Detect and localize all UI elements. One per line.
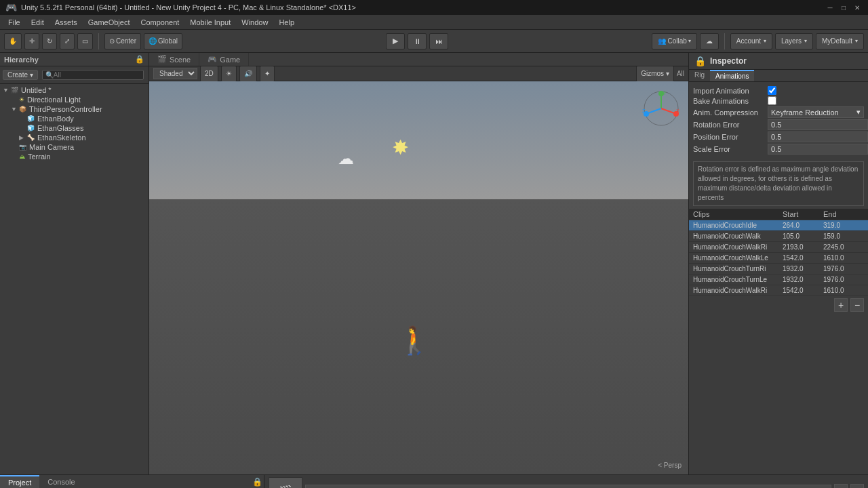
audio-button[interactable]: 🔊	[239, 66, 257, 82]
svg-text:Y: Y	[663, 91, 667, 96]
hierarchy-create-button[interactable]: Create ▾	[3, 70, 38, 80]
clip-row-4[interactable]: HumanoidCrouchTurnRi 1932.0 1976.0	[689, 264, 868, 274]
gizmos-button[interactable]: Gizmos ▾	[636, 66, 674, 82]
scene-tab-icon: 🎬	[157, 55, 167, 64]
tree-item-tpc[interactable]: ▼ 📦 ThirdPersonController	[0, 104, 149, 114]
anim-preview-icon: 🎬	[279, 485, 292, 489]
clip-start-5: 1932.0	[783, 276, 823, 283]
hierarchy-search-bar: 🔍	[42, 70, 144, 80]
tab-project[interactable]: Project	[0, 475, 39, 488]
tree-item-untitled[interactable]: ▼ 🎬 Untitled *	[0, 85, 149, 95]
game-tab-label: Game	[220, 56, 240, 64]
window-title: Unity 5.5.2f1 Personal (64bit) - Untitle…	[21, 3, 356, 12]
hierarchy-search-input[interactable]	[54, 71, 140, 79]
position-error-input[interactable]	[768, 131, 868, 142]
project-header-icons: 🔒	[251, 476, 264, 488]
bake-animations-checkbox[interactable]	[768, 96, 776, 105]
anim-header: 🎬 ✎ ⚙	[264, 475, 868, 488]
inspector-lock-icon: 🔒	[694, 56, 706, 66]
hierarchy-tree: ▼ 🎬 Untitled * ☀ Directional Light ▼ 📦 T…	[0, 84, 149, 474]
tree-item-ethanskeleton[interactable]: ▶ 🦴 EthanSkeleton	[0, 133, 149, 142]
cloud-button[interactable]: ☁	[700, 33, 719, 49]
anim-name-field[interactable]	[305, 485, 831, 488]
shading-dropdown[interactable]: Shaded	[153, 68, 197, 79]
inspector-panel: 🔒 Inspector Rig Animations Import Animat…	[688, 53, 868, 474]
step-button[interactable]: ⏭	[429, 33, 448, 49]
maximize-button[interactable]: □	[838, 2, 849, 13]
anim-compression-value: Keyframe Reduction	[771, 108, 839, 117]
tab-animations[interactable]: Animations	[710, 70, 754, 81]
scene-tab[interactable]: 🎬 Scene	[149, 53, 199, 66]
pause-button[interactable]: ⏸	[408, 33, 427, 49]
center-dot-icon: ⊙	[109, 37, 115, 45]
menu-assets[interactable]: Assets	[50, 17, 83, 28]
collab-button[interactable]: 👥 Collab ▾	[652, 33, 696, 49]
clip-row-2[interactable]: HumanoidCrouchWalkRi 2193.0 2245.0	[689, 242, 868, 253]
game-tab[interactable]: 🎮 Game	[199, 53, 249, 66]
tab-console[interactable]: Console	[39, 476, 83, 488]
scale-tool-button[interactable]: ⤢	[60, 33, 75, 49]
terrain-icon: ⛰	[19, 153, 25, 160]
anim-compression-dropdown[interactable]: Keyframe Reduction ▾	[768, 106, 864, 118]
position-error-label: Position Error	[693, 133, 768, 141]
clip-row-1[interactable]: HumanoidCrouchWalk 105.0 159.0	[689, 231, 868, 242]
clip-row-5[interactable]: HumanoidCrouchTurnLe 1932.0 1976.0	[689, 274, 868, 285]
menu-help[interactable]: Help	[273, 17, 300, 28]
menu-window[interactable]: Window	[236, 17, 273, 28]
tree-item-ethanbody[interactable]: 🧊 EthanBody	[0, 114, 149, 123]
tab-rig[interactable]: Rig	[689, 70, 710, 81]
menu-file[interactable]: File	[3, 17, 26, 28]
hand-tool-button[interactable]: ✋	[4, 33, 22, 49]
remove-clip-button[interactable]: −	[850, 298, 864, 312]
clips-header: Clips Start End	[689, 209, 868, 220]
tree-label-untitled: Untitled *	[21, 86, 52, 94]
anim-settings-button[interactable]: ⚙	[850, 484, 864, 488]
expand-icon: ▼	[11, 106, 18, 113]
effects-button[interactable]: ✦	[260, 66, 275, 82]
clip-end-2: 2245.0	[823, 243, 864, 251]
separator-2	[724, 33, 725, 49]
anim-edit-button[interactable]: ✎	[834, 484, 848, 488]
clip-row-3[interactable]: HumanoidCrouchWalkLe 1542.0 1610.0	[689, 253, 868, 264]
tree-item-terrain[interactable]: ⛰ Terrain	[0, 152, 149, 161]
play-button[interactable]: ▶	[386, 33, 405, 49]
clip-row-0[interactable]: HumanoidCrouchIdle 264.0 319.0	[689, 220, 868, 231]
tree-item-main-camera[interactable]: 📷 Main Camera	[0, 142, 149, 152]
help-text: Rotation error is defined as maximum ang…	[698, 165, 858, 201]
project-lock-icon: 🔒	[252, 477, 262, 487]
clip-end-4: 1976.0	[823, 265, 864, 272]
menu-component[interactable]: Component	[135, 17, 184, 28]
close-button[interactable]: ✕	[852, 2, 863, 13]
rotation-error-input[interactable]	[768, 119, 868, 130]
rect-tool-button[interactable]: ▭	[77, 33, 93, 49]
rotate-tool-button[interactable]: ↻	[42, 33, 57, 49]
gizmo-widget: Y X Z	[641, 88, 682, 129]
layout-dropdown[interactable]: MyDefault ▾	[816, 33, 864, 49]
animation-panel: 🎬 ✎ ⚙ Length 1.833 30 FPS 0:00 30:00 60:…	[264, 475, 868, 488]
expand-icon: ▼	[3, 87, 9, 94]
clip-name-0: HumanoidCrouchIdle	[693, 222, 783, 229]
minimize-button[interactable]: ─	[825, 2, 835, 13]
scene-toolbar: Shaded 2D ☀ 🔊 ✦ Gizmos ▾ All	[149, 66, 688, 81]
clip-row-6[interactable]: HumanoidCrouchWalkRi 1542.0 1610.0	[689, 285, 868, 296]
layers-dropdown[interactable]: Layers ▾	[775, 33, 813, 49]
menu-edit[interactable]: Edit	[26, 17, 50, 28]
scale-error-input[interactable]	[768, 144, 868, 155]
2d-button[interactable]: 2D	[200, 66, 218, 82]
import-animation-checkbox[interactable]	[768, 86, 776, 95]
menu-mobile-input[interactable]: Mobile Input	[184, 17, 236, 28]
view-tabs: 🎬 Scene 🎮 Game	[149, 53, 688, 66]
tree-item-directional-light[interactable]: ☀ Directional Light	[0, 95, 149, 104]
menu-gameobject[interactable]: GameObject	[83, 17, 136, 28]
clip-end-3: 1610.0	[823, 254, 864, 262]
global-button[interactable]: 🌐 Global	[144, 33, 182, 49]
add-clip-button[interactable]: +	[834, 298, 848, 312]
lighting-button[interactable]: ☀	[221, 66, 237, 82]
tree-item-ethanglasses[interactable]: 🧊 EthanGlasses	[0, 123, 149, 133]
center-button[interactable]: ⊙ Center	[104, 33, 141, 49]
move-tool-button[interactable]: ✛	[24, 33, 39, 49]
clip-start-0: 264.0	[783, 222, 823, 229]
account-dropdown[interactable]: Account ▾	[730, 33, 772, 49]
scene-view[interactable]: ✸ ☁ 🚶 Y X	[149, 81, 688, 474]
clip-start-3: 1542.0	[783, 254, 823, 262]
